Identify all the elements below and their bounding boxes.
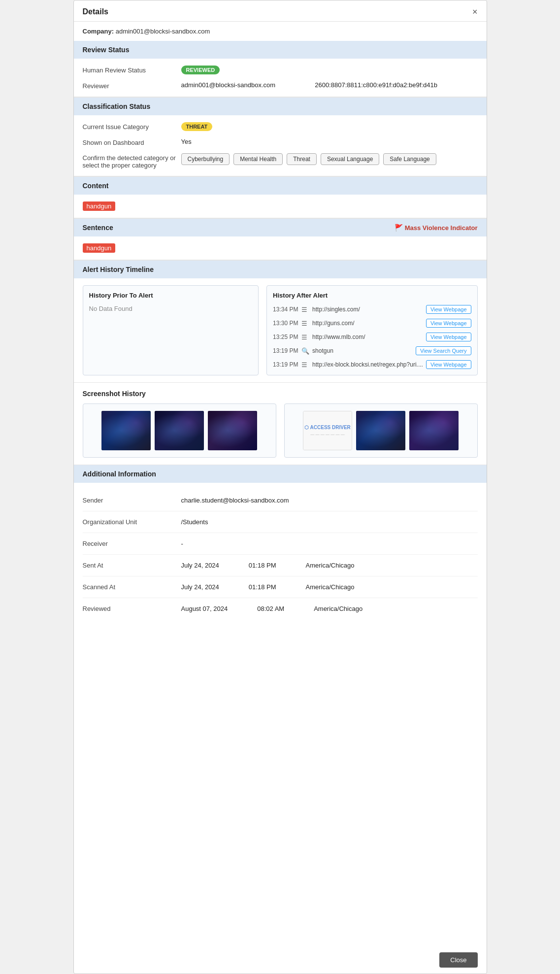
flag-icon: 🚩 (395, 224, 403, 232)
no-data-text: No Data Found (89, 305, 253, 312)
history-time: 13:30 PM (273, 320, 298, 327)
history-row: 13:30 PM ☰ http://guns.com/ View Webpage (273, 319, 471, 328)
scanned-at-row: Scanned At July 24, 2024 01:18 PM Americ… (83, 576, 478, 598)
classification-header: Classification Status (74, 98, 487, 115)
view-webpage-button[interactable]: View Webpage (426, 333, 471, 341)
history-time: 13:19 PM (273, 361, 298, 368)
history-time: 13:34 PM (273, 306, 298, 313)
content-section: Content handgun (74, 177, 487, 219)
additional-header: Additional Information (74, 465, 487, 483)
confirm-category-row: Confirm the detected category or select … (83, 153, 478, 169)
screenshot-group-left (83, 403, 276, 458)
shown-dashboard-value: Yes (181, 138, 478, 145)
screenshot-title: Screenshot History (83, 390, 478, 398)
history-row: 13:34 PM ☰ http://singles.com/ View Webp… (273, 305, 471, 314)
sentence-highlight: handgun (83, 243, 116, 253)
screenshot-thumb[interactable] (409, 411, 459, 450)
content-highlight: handgun (83, 202, 116, 211)
view-search-query-button[interactable]: View Search Query (416, 346, 471, 355)
view-webpage-button[interactable]: View Webpage (426, 319, 471, 328)
screenshot-thumb[interactable] (356, 411, 405, 450)
classification-section: Classification Status Current Issue Cate… (74, 98, 487, 177)
alert-history-header: Alert History Timeline (74, 261, 487, 278)
screenshot-groups: ⬡ ACCESS DRIVER — — — — — — — (83, 403, 478, 458)
timeline-body: History Prior To Alert No Data Found His… (74, 278, 487, 382)
cat-btn-cyberbullying[interactable]: Cyberbullying (181, 153, 230, 165)
webpage-icon: ☰ (301, 320, 309, 327)
cat-btn-safe-language[interactable]: Safe Language (383, 153, 436, 165)
history-url: http://singles.com/ (312, 306, 423, 313)
org-unit-label: Organizational Unit (83, 518, 181, 526)
sentence-header: Sentence 🚩 Mass Violence Indicator (74, 219, 487, 236)
modal-title: Details (83, 7, 108, 16)
reviewed-label: Reviewed (83, 605, 181, 612)
modal-footer: Close (430, 946, 486, 974)
close-x-button[interactable]: × (472, 7, 478, 16)
screenshot-thumb[interactable] (155, 411, 204, 450)
screenshot-group-right: ⬡ ACCESS DRIVER — — — — — — — (284, 403, 478, 458)
history-after-title: History After Alert (273, 292, 471, 299)
reviewer-id: 2600:8807:8811:c800:e91f:d0a2:be9f:d41b (315, 81, 437, 89)
sender-value: charlie.student@blocksi-sandbox.com (181, 497, 478, 504)
history-row: 13:19 PM ☰ http://ex-block.blocksi.net/r… (273, 360, 471, 369)
history-time: 13:19 PM (273, 347, 298, 354)
screenshot-body: Screenshot History (74, 383, 487, 465)
reviewer-email: admin001@blocksi-sandbox.com (181, 81, 276, 89)
webpage-icon: ☰ (301, 306, 309, 313)
content-body: handgun (74, 195, 487, 218)
shown-dashboard-label: Shown on Dashboard (83, 138, 181, 146)
screenshot-section: Screenshot History (74, 383, 487, 465)
reviewer-value: admin001@blocksi-sandbox.com 2600:8807:8… (181, 81, 478, 89)
confirm-label: Confirm the detected category or select … (83, 153, 181, 169)
human-review-value: REVIEWED (181, 66, 478, 74)
additional-section: Additional Information Sender charlie.st… (74, 465, 487, 626)
thumb-logo: ⬡ ACCESS DRIVER (304, 425, 351, 430)
history-url: http://ex-block.blocksi.net/regex.php?ur… (312, 361, 423, 368)
history-row: 13:25 PM ☰ http://www.mlb.com/ View Webp… (273, 333, 471, 341)
human-review-label: Human Review Status (83, 66, 181, 74)
search-icon: 🔍 (301, 347, 309, 355)
reviewed-row: Reviewed August 07, 2024 08:02 AM Americ… (83, 598, 478, 619)
mass-violence-indicator: 🚩 Mass Violence Indicator (395, 224, 478, 232)
webpage-icon: ☰ (301, 361, 309, 369)
classification-body: Current Issue Category THREAT Shown on D… (74, 115, 487, 176)
alert-history-section: Alert History Timeline History Prior To … (74, 261, 487, 383)
sentence-title: Sentence (83, 224, 113, 232)
reviewed-value: August 07, 2024 08:02 AM America/Chicago (181, 605, 478, 612)
screenshot-thumb[interactable]: ⬡ ACCESS DRIVER — — — — — — — (303, 411, 352, 450)
receiver-value: - (181, 540, 478, 547)
review-status-body: Human Review Status REVIEWED Reviewer ad… (74, 59, 487, 97)
history-url: shotgun (312, 347, 413, 354)
cat-btn-sexual-language[interactable]: Sexual Language (321, 153, 379, 165)
additional-body: Sender charlie.student@blocksi-sandbox.c… (74, 483, 487, 626)
content-header: Content (74, 177, 487, 195)
reviewer-row: Reviewer admin001@blocksi-sandbox.com 26… (83, 81, 478, 90)
org-unit-row: Organizational Unit /Students (83, 511, 478, 533)
current-issue-row: Current Issue Category THREAT (83, 122, 478, 131)
history-prior-panel: History Prior To Alert No Data Found (83, 285, 259, 375)
history-row: 13:19 PM 🔍 shotgun View Search Query (273, 346, 471, 355)
sent-at-value: July 24, 2024 01:18 PM America/Chicago (181, 562, 478, 569)
history-time: 13:25 PM (273, 334, 298, 340)
threat-badge: THREAT (181, 122, 213, 131)
review-status-section: Review Status Human Review Status REVIEW… (74, 41, 487, 98)
close-button[interactable]: Close (439, 952, 477, 968)
mass-violence-label: Mass Violence Indicator (405, 224, 478, 232)
webpage-icon: ☰ (301, 334, 309, 341)
category-buttons-container: Cyberbullying Mental Health Threat Sexua… (181, 153, 478, 165)
history-after-panel: History After Alert 13:34 PM ☰ http://si… (266, 285, 477, 375)
thumb-text: — — — — — — — (310, 432, 344, 437)
sentence-section: Sentence 🚩 Mass Violence Indicator handg… (74, 219, 487, 261)
screenshot-thumb[interactable] (101, 411, 151, 450)
category-buttons: Cyberbullying Mental Health Threat Sexua… (181, 153, 478, 165)
view-webpage-button[interactable]: View Webpage (426, 305, 471, 314)
cat-btn-mental-health[interactable]: Mental Health (233, 153, 283, 165)
receiver-row: Receiver - (83, 533, 478, 555)
view-webpage-button[interactable]: View Webpage (426, 360, 471, 369)
cat-btn-threat[interactable]: Threat (287, 153, 317, 165)
history-prior-title: History Prior To Alert (89, 292, 253, 299)
human-review-row: Human Review Status REVIEWED (83, 66, 478, 74)
current-issue-label: Current Issue Category (83, 122, 181, 131)
reviewed-badge: REVIEWED (181, 66, 220, 74)
screenshot-thumb[interactable] (208, 411, 257, 450)
